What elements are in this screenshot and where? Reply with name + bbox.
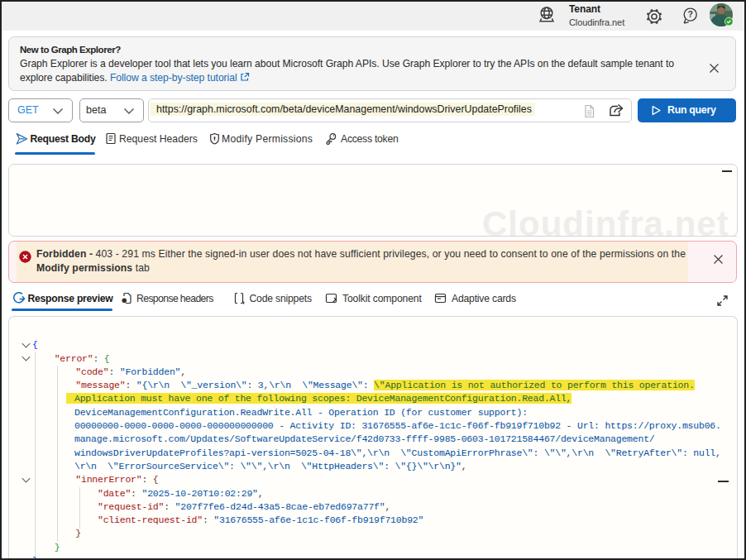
svg-text:?: ?	[687, 9, 692, 19]
